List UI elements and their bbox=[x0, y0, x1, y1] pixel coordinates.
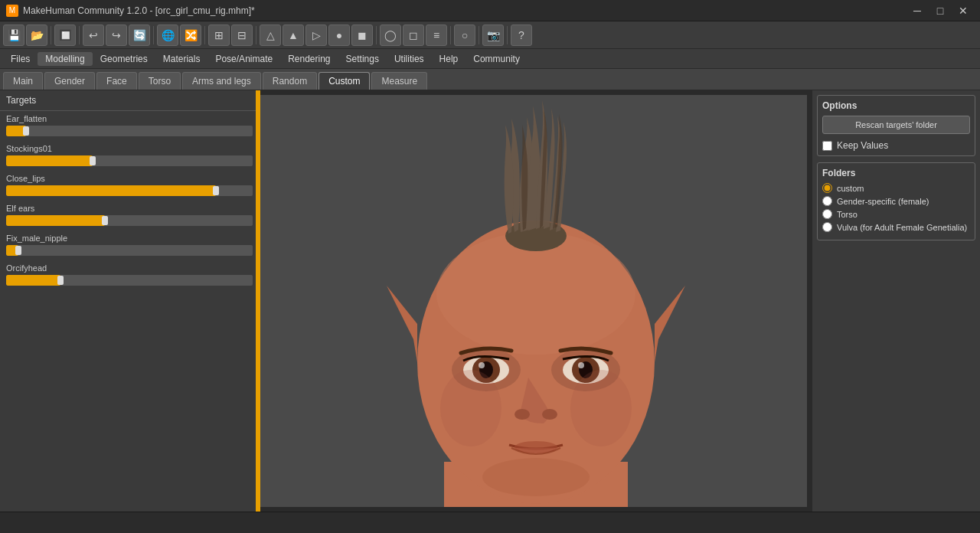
glob1-btn[interactable]: 🌐 bbox=[157, 25, 178, 46]
folder-label: Gender-specific (female) bbox=[837, 197, 929, 206]
menu-item-settings[interactable]: Settings bbox=[338, 52, 387, 66]
menu-item-geometries[interactable]: Geometries bbox=[93, 52, 155, 66]
folder-label: Vulva (for Adult Female Genetialia) bbox=[837, 223, 967, 232]
tab-torso[interactable]: Torso bbox=[139, 72, 181, 90]
tab-gender[interactable]: Gender bbox=[44, 72, 95, 90]
menu-item-modelling[interactable]: Modelling bbox=[38, 52, 92, 66]
folder-radio[interactable] bbox=[822, 196, 832, 206]
toolbar-separator bbox=[51, 26, 51, 44]
folders-group: Folders customGender-specific (female)To… bbox=[817, 162, 975, 240]
slider-fill bbox=[6, 185, 216, 196]
svg-point-22 bbox=[570, 370, 632, 446]
titlebar: M MakeHuman Community 1.2.0 - [orc_girl_… bbox=[0, 0, 980, 21]
svg-point-18 bbox=[542, 409, 557, 420]
folder-radio[interactable] bbox=[822, 222, 832, 232]
target-name: Elf ears bbox=[6, 204, 253, 213]
menu-item-pose-animate[interactable]: Pose/Animate bbox=[207, 52, 280, 66]
folders-list: customGender-specific (female)TorsoVulva… bbox=[822, 183, 970, 232]
slider-handle[interactable] bbox=[102, 216, 108, 225]
right-panel: Options Rescan targets' folder Keep Valu… bbox=[812, 90, 980, 512]
targets-list: Ear_flattenStockings01Close_lipsElf ears… bbox=[0, 111, 259, 512]
left-panel: Targets Ear_flattenStockings01Close_lips… bbox=[0, 90, 260, 512]
redo-btn[interactable]: ↪ bbox=[106, 25, 127, 46]
smooth-btn[interactable]: ◯ bbox=[380, 25, 401, 46]
save-btn[interactable]: 💾 bbox=[3, 25, 24, 46]
viewport[interactable] bbox=[260, 90, 812, 512]
camera-btn[interactable]: 📷 bbox=[482, 25, 504, 46]
slider-handle[interactable] bbox=[213, 186, 219, 195]
refresh-btn[interactable]: 🔄 bbox=[129, 25, 150, 46]
tab-main[interactable]: Main bbox=[3, 72, 43, 90]
rescan-button[interactable]: Rescan targets' folder bbox=[822, 116, 970, 134]
toolbar-separator bbox=[479, 26, 479, 44]
sphere-btn[interactable]: ● bbox=[328, 25, 350, 46]
toolbar-separator bbox=[376, 26, 377, 44]
open-btn[interactable]: 📂 bbox=[26, 25, 47, 46]
keep-values-row: Keep Values bbox=[822, 140, 970, 151]
folder-row: Gender-specific (female) bbox=[822, 196, 970, 206]
tab-custom[interactable]: Custom bbox=[318, 72, 370, 90]
folder-radio[interactable] bbox=[822, 209, 832, 219]
bars-btn[interactable]: ≡ bbox=[426, 25, 447, 46]
mesh-btn[interactable]: 🔲 bbox=[54, 25, 76, 46]
target-name: Close_lips bbox=[6, 174, 253, 183]
svg-point-16 bbox=[578, 362, 584, 368]
undo-btn[interactable]: ↩ bbox=[83, 25, 104, 46]
close-button[interactable]: ✕ bbox=[952, 0, 974, 21]
menu-item-rendering[interactable]: Rendering bbox=[280, 52, 338, 66]
viewport-top-handle[interactable] bbox=[260, 90, 812, 95]
help-btn[interactable]: ? bbox=[511, 25, 532, 46]
tab-arms-and-legs[interactable]: Arms and legs bbox=[182, 72, 261, 90]
target-slider[interactable] bbox=[6, 275, 253, 286]
menu-item-help[interactable]: Help bbox=[432, 52, 466, 66]
target-name: Stockings01 bbox=[6, 144, 253, 153]
ring-btn[interactable]: ○ bbox=[454, 25, 475, 46]
tab-face[interactable]: Face bbox=[96, 72, 137, 90]
menu-item-utilities[interactable]: Utilities bbox=[387, 52, 432, 66]
target-slider[interactable] bbox=[6, 185, 253, 196]
side-btn[interactable]: ▷ bbox=[305, 25, 327, 46]
slider-handle[interactable] bbox=[15, 246, 21, 255]
viewport-bottom-handle[interactable] bbox=[260, 507, 812, 512]
tab-random[interactable]: Random bbox=[263, 72, 317, 90]
tab-measure[interactable]: Measure bbox=[371, 72, 427, 90]
target-name: Orcifyhead bbox=[6, 263, 253, 273]
svg-point-17 bbox=[514, 409, 530, 420]
toolbar-separator bbox=[79, 26, 80, 44]
glob2-btn[interactable]: 🔀 bbox=[180, 25, 201, 46]
grid-btn[interactable]: ⊞ bbox=[208, 25, 230, 46]
front-btn[interactable]: △ bbox=[260, 25, 281, 46]
targets-header: Targets bbox=[0, 90, 259, 111]
target-slider[interactable] bbox=[6, 155, 253, 166]
wire-btn[interactable]: ◻ bbox=[403, 25, 424, 46]
cube-btn[interactable]: ◼ bbox=[351, 25, 373, 46]
folder-label: custom bbox=[837, 184, 864, 193]
slider-fill bbox=[6, 155, 93, 166]
minimize-button[interactable]: ─ bbox=[906, 0, 928, 21]
maximize-button[interactable]: □ bbox=[929, 0, 951, 21]
target-slider[interactable] bbox=[6, 215, 253, 226]
target-slider[interactable] bbox=[6, 126, 253, 136]
toolbar: 💾📂🔲↩↪🔄🌐🔀⊞⊟△▲▷●◼◯◻≡○📷? bbox=[0, 21, 980, 49]
menu-item-community[interactable]: Community bbox=[466, 52, 528, 66]
slider-handle[interactable] bbox=[90, 156, 96, 165]
menu-item-files[interactable]: Files bbox=[3, 52, 38, 66]
viewport-right-handle[interactable] bbox=[807, 90, 812, 512]
options-group: Options Rescan targets' folder Keep Valu… bbox=[817, 95, 975, 156]
tabbar: MainGenderFaceTorsoArms and legsRandomCu… bbox=[0, 69, 980, 90]
toolbar-separator bbox=[204, 26, 205, 44]
back-btn[interactable]: ▲ bbox=[283, 25, 304, 46]
folder-radio[interactable] bbox=[822, 183, 832, 193]
slider-handle[interactable] bbox=[57, 276, 64, 285]
titlebar-controls: ─ □ ✕ bbox=[906, 0, 974, 21]
left-resize-handle[interactable] bbox=[256, 90, 259, 512]
target-slider[interactable] bbox=[6, 245, 253, 256]
target-item: Ear_flatten bbox=[6, 114, 253, 136]
character-svg bbox=[345, 90, 727, 512]
checker-btn[interactable]: ⊟ bbox=[231, 25, 253, 46]
menu-item-materials[interactable]: Materials bbox=[155, 52, 208, 66]
slider-handle[interactable] bbox=[23, 126, 29, 136]
keep-values-checkbox[interactable] bbox=[822, 141, 832, 151]
slider-fill bbox=[6, 275, 60, 286]
toolbar-separator bbox=[256, 26, 256, 44]
